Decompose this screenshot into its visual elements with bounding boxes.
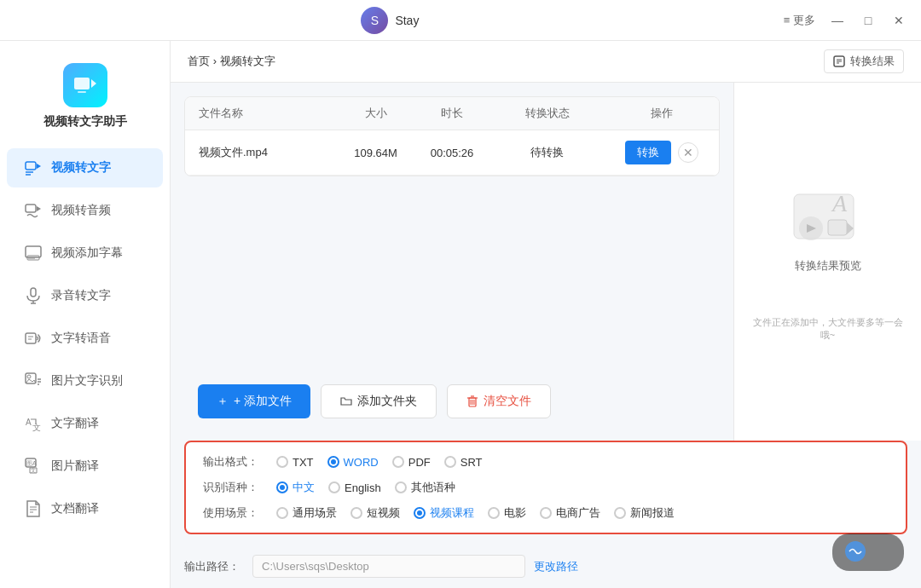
user-name: Stay <box>395 14 419 27</box>
table-header: 文件名称 大小 时长 转换状态 操作 <box>185 97 719 130</box>
output-path-input[interactable] <box>252 555 525 578</box>
scene-ecommerce-label: 电商广告 <box>556 505 600 521</box>
sidebar-item-text-translate[interactable]: A 文 文字翻译 <box>7 404 163 443</box>
preview-hint: 文件正在添加中，大文件要多等一会哦~ <box>751 282 904 342</box>
menu-button[interactable]: ≡ 更多 <box>784 13 815 28</box>
sidebar-item-doc-translate[interactable]: 文档翻译 <box>7 489 163 528</box>
scene-movie[interactable]: 电影 <box>488 505 526 521</box>
app-body: 视频转文字助手 视频转文字 视频转音频 <box>0 41 921 588</box>
breadcrumb-separator: › <box>213 55 220 67</box>
language-row: 识别语种： 中文 English 其他语种 <box>203 480 889 495</box>
convert-button[interactable]: 转换 <box>625 141 671 164</box>
sidebar-label-doc-translate: 文档翻译 <box>51 501 99 516</box>
sidebar-label-text-to-speech: 文字转语音 <box>51 331 111 346</box>
svg-text:文: 文 <box>32 423 41 432</box>
sidebar-item-image-ocr[interactable]: 图片文字识别 <box>7 361 163 401</box>
file-duration: 00:05:26 <box>414 136 489 170</box>
sidebar-item-text-to-speech[interactable]: 文字转语音 <box>7 319 163 358</box>
lang-english[interactable]: English <box>328 481 381 494</box>
image-translate-icon: 图A 文 <box>24 457 43 476</box>
breadcrumb-current: 视频转文字 <box>220 55 275 67</box>
format-word[interactable]: WORD <box>327 456 379 469</box>
scene-news[interactable]: 新闻报道 <box>614 505 675 521</box>
maximize-button[interactable]: □ <box>860 12 877 29</box>
add-file-button[interactable]: ＋ + 添加文件 <box>198 384 310 418</box>
sidebar-label-video-to-text: 视频转文字 <box>51 160 111 176</box>
svg-text:A: A <box>831 190 848 216</box>
scene-news-radio <box>614 507 626 519</box>
format-pdf[interactable]: PDF <box>392 456 431 469</box>
close-button[interactable]: ✕ <box>890 12 907 29</box>
spacer <box>184 185 720 376</box>
svg-point-19 <box>27 375 31 378</box>
scene-course-radio <box>414 507 426 519</box>
file-size: 109.64M <box>338 136 414 170</box>
video-subtitle-icon <box>24 244 43 262</box>
scene-options: 通用场景 短视频 视频课程 电影 <box>276 505 675 521</box>
minimize-button[interactable]: — <box>829 12 846 29</box>
content-header: 首页 › 视频转文字 转换结果 <box>171 41 921 83</box>
watermark-icon <box>843 539 894 564</box>
action-bar: ＋ + 添加文件 添加文件夹 <box>184 384 720 427</box>
lang-english-radio <box>328 481 340 493</box>
lang-chinese[interactable]: 中文 <box>276 480 315 495</box>
preview-placeholder: A 转换结果预览 <box>785 182 871 274</box>
format-txt[interactable]: TXT <box>276 456 314 469</box>
output-path-label: 输出路径： <box>184 559 244 574</box>
add-file-label: + 添加文件 <box>234 394 292 409</box>
col-header-name: 文件名称 <box>185 97 338 130</box>
scene-news-label: 新闻报道 <box>630 505 675 521</box>
delete-button[interactable]: ✕ <box>678 142 698 163</box>
sidebar-item-video-to-audio[interactable]: 视频转音频 <box>7 191 163 230</box>
format-row: 输出格式： TXT WORD PDF <box>203 454 889 470</box>
svg-rect-2 <box>78 91 86 93</box>
sidebar-label-video-subtitle: 视频添加字幕 <box>51 245 123 261</box>
format-srt-radio <box>444 456 456 468</box>
window-controls: ≡ 更多 — □ ✕ <box>784 12 907 29</box>
col-header-size: 大小 <box>338 97 414 130</box>
scene-course[interactable]: 视频课程 <box>414 505 474 521</box>
col-header-duration: 时长 <box>414 97 489 130</box>
sidebar-item-audio-to-text[interactable]: 录音转文字 <box>7 276 163 315</box>
format-srt[interactable]: SRT <box>444 456 483 469</box>
lang-chinese-radio <box>276 481 288 493</box>
sidebar-item-image-translate[interactable]: 图A 文 图片翻译 <box>7 447 163 486</box>
scene-movie-radio <box>488 507 500 519</box>
lang-other[interactable]: 其他语种 <box>395 480 455 495</box>
add-file-icon: ＋ <box>217 394 229 409</box>
change-path-button[interactable]: 更改路径 <box>534 559 578 574</box>
titlebar: S Stay ≡ 更多 — □ ✕ <box>0 0 921 41</box>
clear-files-button[interactable]: 清空文件 <box>447 384 551 418</box>
format-txt-radio <box>276 456 288 468</box>
add-folder-label: 添加文件夹 <box>357 394 417 409</box>
avatar: S <box>361 7 388 34</box>
sidebar-label-audio-to-text: 录音转文字 <box>51 288 111 303</box>
sidebar-label-image-ocr: 图片文字识别 <box>51 373 123 389</box>
scene-short-video-radio <box>350 507 362 519</box>
add-folder-button[interactable]: 添加文件夹 <box>321 384 437 418</box>
sidebar-item-video-subtitle[interactable]: 视频添加字幕 <box>7 233 163 273</box>
format-pdf-radio <box>392 456 404 468</box>
main-panel: 文件名称 大小 时长 转换状态 操作 视频文件.mp4 109.64M 00:0… <box>171 83 921 441</box>
text-to-speech-icon <box>24 329 43 348</box>
sidebar-logo: 视频转文字助手 <box>0 49 170 147</box>
language-label: 识别语种： <box>203 480 263 495</box>
app-logo-icon <box>63 63 107 107</box>
sidebar-label-image-translate: 图片翻译 <box>51 458 99 474</box>
text-translate-icon: A 文 <box>24 414 43 433</box>
result-icon <box>833 55 845 67</box>
svg-rect-3 <box>26 162 36 170</box>
lang-english-label: English <box>345 481 381 494</box>
file-area: 文件名称 大小 时长 转换状态 操作 视频文件.mp4 109.64M 00:0… <box>171 83 733 441</box>
trash-icon <box>466 395 478 407</box>
scene-short-video[interactable]: 短视频 <box>350 505 400 521</box>
sidebar-item-video-to-text[interactable]: 视频转文字 <box>7 148 163 187</box>
scene-ecommerce[interactable]: 电商广告 <box>540 505 600 521</box>
table-row: 视频文件.mp4 109.64M 00:05:26 待转换 转换 ✕ <box>185 130 719 176</box>
image-ocr-icon <box>24 372 43 390</box>
scene-general[interactable]: 通用场景 <box>276 505 337 521</box>
scene-general-radio <box>276 507 288 519</box>
result-button[interactable]: 转换结果 <box>824 49 904 73</box>
svg-text:A: A <box>26 418 32 427</box>
breadcrumb-home[interactable]: 首页 <box>188 55 210 67</box>
